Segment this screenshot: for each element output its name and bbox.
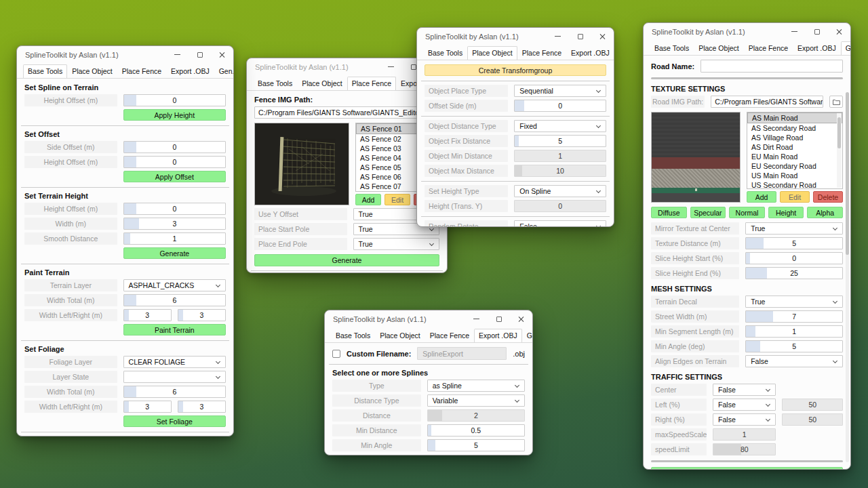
numeric-input[interactable]: 1 xyxy=(745,325,843,338)
numeric-input[interactable]: 1 xyxy=(123,232,226,245)
set-foliage-button[interactable]: Set Foliage xyxy=(123,415,226,427)
add-fence-button[interactable]: Add xyxy=(355,194,381,205)
tab-export-obj[interactable]: Export .OBJ xyxy=(566,46,614,60)
tab-place-object[interactable]: Place Object xyxy=(67,64,117,79)
export-type-dropdown[interactable]: as Spline xyxy=(427,380,525,392)
tab-place-object[interactable]: Place Object xyxy=(467,46,517,60)
title-bar[interactable]: SplineToolkit by Aslan (v1.1) xyxy=(417,28,614,45)
close-button[interactable] xyxy=(591,28,614,44)
add-road-button[interactable]: Add xyxy=(747,191,776,203)
create-transformgroup-button[interactable]: Create Transformgroup xyxy=(425,64,606,76)
fence-img-path-input[interactable]: C:/Program Files/GIANTS Software/GIANTS_… xyxy=(254,106,439,119)
tab-gen-street[interactable]: Gen. Street xyxy=(522,329,532,343)
tab-place-object[interactable]: Place Object xyxy=(297,77,347,91)
numeric-input[interactable]: 0 xyxy=(514,100,606,112)
mirror-texture-dropdown[interactable]: True xyxy=(745,222,843,235)
random-rotate-dropdown[interactable]: False xyxy=(514,220,606,226)
terrain-layer-dropdown[interactable]: ASPHALT_CRACKS xyxy=(123,279,226,291)
browse-folder-button[interactable] xyxy=(829,96,843,108)
title-bar[interactable]: SplineToolkit by Aslan (v1.1) xyxy=(644,23,850,40)
minimize-button[interactable] xyxy=(547,28,569,44)
minimize-button[interactable] xyxy=(783,24,806,39)
numeric-input[interactable]: 5 xyxy=(514,135,606,147)
tab-base-tools[interactable]: Base Tools xyxy=(423,46,467,60)
list-item[interactable]: EU Secondary Road xyxy=(747,161,842,171)
close-button[interactable] xyxy=(828,24,850,39)
title-bar[interactable]: SplineToolkit by Aslan (v1.1) xyxy=(17,46,233,63)
numeric-input[interactable]: 6 xyxy=(123,294,226,306)
list-item[interactable]: AS Village Road xyxy=(747,133,842,142)
road-name-input[interactable] xyxy=(701,60,843,73)
tab-place-object[interactable]: Place Object xyxy=(375,329,425,343)
tab-base-tools[interactable]: Base Tools xyxy=(331,329,375,343)
tab-place-fence[interactable]: Place Fence xyxy=(744,41,793,56)
tab-place-fence[interactable]: Place Fence xyxy=(517,46,566,60)
tab-place-object[interactable]: Place Object xyxy=(694,41,744,56)
tab-gen-street[interactable]: Gen. Street xyxy=(214,64,233,79)
numeric-input[interactable]: 3 xyxy=(123,218,226,230)
traffic-left-dropdown[interactable]: False xyxy=(713,399,776,411)
tab-place-fence[interactable]: Place Fence xyxy=(425,329,474,343)
numeric-input[interactable]: 5 xyxy=(745,237,843,249)
tab-gen-street[interactable]: Gen. Street xyxy=(841,41,850,56)
numeric-input[interactable]: 3 xyxy=(178,309,226,321)
numeric-input[interactable]: 5 xyxy=(745,340,843,352)
minimize-button[interactable] xyxy=(380,59,402,75)
generate-road-mesh-button[interactable]: Generate Road Mesh xyxy=(651,467,843,469)
list-item[interactable]: AS Dirt Road xyxy=(747,142,842,152)
numeric-input[interactable]: 0.5 xyxy=(427,424,525,436)
alpha-button[interactable]: Alpha xyxy=(807,207,843,218)
tab-place-fence[interactable]: Place Fence xyxy=(347,77,396,91)
specular-button[interactable]: Specular xyxy=(690,207,726,218)
numeric-input[interactable]: 25 xyxy=(745,267,843,279)
minimize-button[interactable] xyxy=(465,311,488,327)
numeric-input[interactable]: 0 xyxy=(123,156,226,168)
apply-height-button[interactable]: Apply Height xyxy=(123,109,226,121)
numeric-input[interactable]: 0 xyxy=(123,141,226,153)
list-item[interactable]: US Secondary Road xyxy=(747,180,842,189)
list-item[interactable]: AS Secondary Road xyxy=(747,123,842,133)
object-distance-type-dropdown[interactable]: Fixed xyxy=(514,120,606,132)
numeric-input[interactable]: 3 xyxy=(178,401,226,413)
layer-state-dropdown[interactable] xyxy=(123,371,226,383)
maximize-button[interactable] xyxy=(569,28,591,44)
tab-base-tools[interactable]: Base Tools xyxy=(23,64,67,79)
set-height-type-dropdown[interactable]: On Spline xyxy=(514,185,606,197)
close-button[interactable] xyxy=(510,311,532,327)
numeric-input[interactable]: 7 xyxy=(745,310,843,323)
foliage-layer-dropdown[interactable]: CLEAR FOLIAGE xyxy=(123,356,226,368)
generate-terrain-button[interactable]: Generate xyxy=(123,247,226,259)
apply-offset-button[interactable]: Apply Offset xyxy=(123,171,226,182)
filename-input[interactable]: SplineExport xyxy=(417,347,507,360)
place-end-pole-dropdown[interactable]: True xyxy=(353,238,440,250)
panel-scrollbar[interactable] xyxy=(846,92,849,462)
numeric-input[interactable]: 5 xyxy=(427,439,525,451)
title-bar[interactable]: SplineToolkit by Aslan (v1.1) xyxy=(325,310,532,327)
maximize-button[interactable] xyxy=(806,24,828,39)
list-item[interactable]: US Main Road xyxy=(747,171,842,180)
terrain-decal-dropdown[interactable]: True xyxy=(745,296,843,308)
maximize-button[interactable] xyxy=(488,311,510,327)
tab-export-obj[interactable]: Export .OBJ xyxy=(166,64,214,79)
normal-button[interactable]: Normal xyxy=(729,207,765,218)
minimize-button[interactable] xyxy=(166,47,189,62)
align-edges-dropdown[interactable]: False xyxy=(745,355,843,367)
generate-fence-button[interactable]: Generate xyxy=(254,254,439,266)
edit-road-button[interactable]: Edit xyxy=(780,191,810,203)
numeric-input[interactable]: 0 xyxy=(745,252,843,264)
traffic-right-dropdown[interactable]: False xyxy=(713,413,776,426)
distance-type-dropdown[interactable]: Variable xyxy=(427,394,525,407)
custom-filename-checkbox[interactable] xyxy=(332,350,340,358)
edit-fence-button[interactable]: Edit xyxy=(384,194,410,205)
close-button[interactable] xyxy=(211,47,233,62)
numeric-input[interactable]: 0 xyxy=(123,203,226,215)
numeric-input[interactable]: 6 xyxy=(123,386,226,398)
tab-place-fence[interactable]: Place Fence xyxy=(117,64,166,79)
numeric-input[interactable]: 0 xyxy=(123,94,226,106)
tab-export-obj[interactable]: Export .OBJ xyxy=(793,41,841,56)
numeric-input[interactable]: 3 xyxy=(123,401,172,413)
road-list[interactable]: AS Main Road AS Secondary Road AS Villag… xyxy=(747,112,843,189)
tab-base-tools[interactable]: Base Tools xyxy=(650,41,694,56)
paint-terrain-button[interactable]: Paint Terrain xyxy=(123,324,226,336)
traffic-center-dropdown[interactable]: False xyxy=(713,384,776,396)
